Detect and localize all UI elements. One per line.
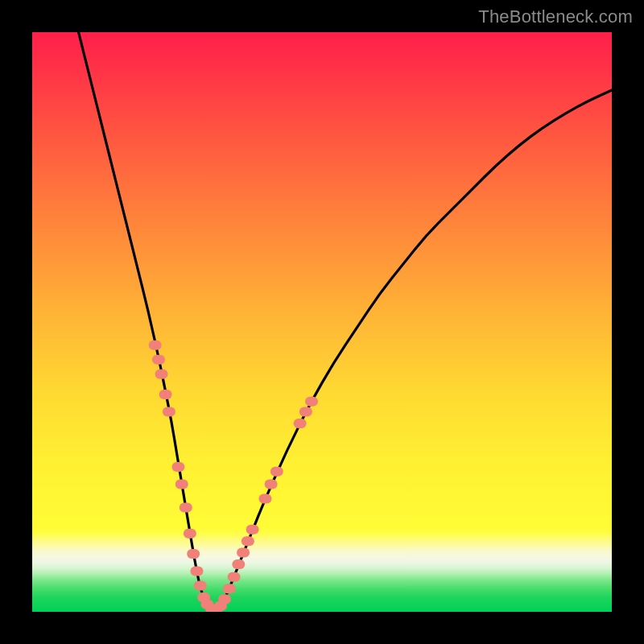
highlight-dot	[228, 572, 241, 582]
highlight-dot	[223, 584, 236, 593]
highlight-dot	[184, 529, 196, 539]
chart-frame: TheBottleneck.com	[0, 0, 644, 644]
highlight-dot	[299, 407, 312, 417]
plot-area	[32, 32, 612, 612]
chart-svg	[32, 32, 612, 612]
highlight-dot	[218, 594, 231, 604]
highlight-dot	[270, 467, 283, 477]
highlight-dot	[180, 502, 192, 512]
highlight-dot	[305, 397, 318, 407]
highlight-dot	[237, 548, 250, 558]
highlight-dot	[175, 480, 188, 489]
highlight-dot	[187, 549, 200, 559]
highlight-dot	[190, 567, 203, 576]
highlight-dot	[171, 462, 184, 472]
highlight-dot	[159, 390, 172, 399]
highlight-dot	[232, 559, 245, 569]
highlight-dot	[152, 355, 165, 365]
highlight-dot	[258, 494, 271, 504]
highlight-dot	[163, 407, 175, 417]
highlight-dot	[294, 419, 307, 428]
highlight-dot	[242, 536, 254, 546]
watermark-text: TheBottleneck.com	[478, 6, 633, 27]
bottleneck-curve	[79, 32, 612, 610]
highlight-dot	[149, 341, 162, 350]
highlight-dots	[149, 341, 318, 612]
highlight-dot	[194, 581, 207, 591]
highlight-dot	[155, 369, 168, 379]
highlight-dot	[246, 525, 259, 535]
highlight-dot	[265, 480, 278, 489]
